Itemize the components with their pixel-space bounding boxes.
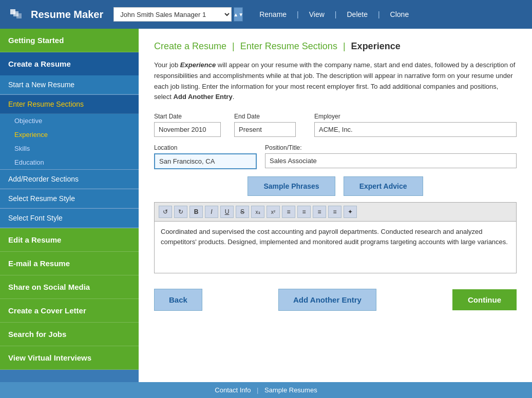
form-row-2: Location Position/Title: xyxy=(154,144,517,169)
logo-area: Resume Maker xyxy=(6,4,103,25)
sidebar-item-experience[interactable]: Experience xyxy=(0,128,139,142)
resume-dropdown[interactable]: John Smith Sales Manager 1 xyxy=(113,7,232,22)
sample-resumes-link[interactable]: Sample Resumes xyxy=(264,386,317,394)
sample-phrases-button[interactable]: Sample Phrases xyxy=(248,176,335,196)
sidebar-item-email-resume[interactable]: E-mail a Resume xyxy=(0,252,139,275)
header-actions: Rename | View | Delete | Clone xyxy=(254,10,414,18)
location-group: Location xyxy=(154,144,257,169)
add-another-entry-button[interactable]: Add Another Entry xyxy=(278,289,376,311)
redo-button[interactable]: ↻ xyxy=(174,206,187,218)
unordered-list-button[interactable]: ≡ xyxy=(297,206,311,218)
editor-body[interactable]: Coordinated and supervised the cost acco… xyxy=(155,222,516,273)
logo-text: Resume Maker xyxy=(31,9,103,21)
sidebar-item-search-for-jobs[interactable]: Search for Jobs xyxy=(0,323,139,346)
delete-button[interactable]: Delete xyxy=(341,10,372,18)
subscript-button[interactable]: x₂ xyxy=(251,206,264,218)
position-label: Position/Title: xyxy=(265,144,517,151)
form-row-1: Start Date End Date Employer xyxy=(154,113,517,137)
header: Resume Maker John Smith Sales Manager 1 … xyxy=(0,0,532,29)
sidebar-item-add-reorder[interactable]: Add/Reorder Sections xyxy=(0,170,139,189)
sidebar-item-skills[interactable]: Skills xyxy=(0,142,139,155)
position-input[interactable] xyxy=(265,153,517,168)
contact-info-link[interactable]: Contact Info xyxy=(215,386,251,394)
employer-label: Employer xyxy=(314,113,517,120)
align-left-button[interactable]: ≡ xyxy=(313,206,326,218)
sidebar-item-getting-started[interactable]: Getting Started xyxy=(0,29,139,52)
dropdown-arrows[interactable]: ▲▼ xyxy=(234,7,243,22)
position-group: Position/Title: xyxy=(265,144,517,169)
phrase-buttons-row: Sample Phrases Expert Advice xyxy=(154,176,517,196)
sidebar-item-view-virtual-interviews[interactable]: View Virtual Interviews xyxy=(0,346,139,370)
editor-toolbar: ↺ ↻ B I U S x₂ x² ≡ ≡ ≡ ≡ ✦ xyxy=(155,203,516,222)
sidebar-item-select-resume-style[interactable]: Select Resume Style xyxy=(0,189,139,208)
logo-icon xyxy=(6,4,27,25)
start-date-input[interactable] xyxy=(154,122,221,137)
back-button[interactable]: Back xyxy=(154,289,202,311)
breadcrumb: Create a Resume | Enter Resume Sections … xyxy=(154,41,517,52)
end-date-input[interactable] xyxy=(234,122,296,137)
bold-button[interactable]: B xyxy=(189,206,203,218)
sidebar: Getting Started Create a Resume Start a … xyxy=(0,29,139,382)
sidebar-item-create-cover-letter[interactable]: Create a Cover Letter xyxy=(0,299,139,323)
sidebar-item-select-font-style[interactable]: Select Font Style xyxy=(0,209,139,228)
undo-button[interactable]: ↺ xyxy=(159,206,172,218)
location-input[interactable] xyxy=(154,153,257,169)
ordered-list-button[interactable]: ≡ xyxy=(282,206,295,218)
align-right-button[interactable]: ≡ xyxy=(328,206,341,218)
end-date-label: End Date xyxy=(234,113,306,120)
sidebar-item-enter-resume-sections[interactable]: Enter Resume Sections xyxy=(0,95,139,114)
start-date-label: Start Date xyxy=(154,113,226,120)
breadcrumb-part3: Experience xyxy=(351,41,401,51)
sidebar-item-share-social-media[interactable]: Share on Social Media xyxy=(0,275,139,299)
content-area: Create a Resume | Enter Resume Sections … xyxy=(139,29,532,382)
sidebar-item-education[interactable]: Education xyxy=(0,155,139,169)
sidebar-item-start-new-resume[interactable]: Start a New Resume xyxy=(0,75,139,94)
strikethrough-button[interactable]: S xyxy=(236,206,249,218)
action-row: Back Add Another Entry Continue xyxy=(154,284,517,311)
editor-container: ↺ ↻ B I U S x₂ x² ≡ ≡ ≡ ≡ ✦ Coordinated … xyxy=(154,202,517,273)
editor-content: Coordinated and supervised the cost acco… xyxy=(161,228,508,246)
sidebar-item-edit-resume[interactable]: Edit a Resume xyxy=(0,228,139,252)
breadcrumb-part2: Enter Resume Sections xyxy=(240,41,337,51)
resume-selector: John Smith Sales Manager 1 ▲▼ xyxy=(113,7,243,22)
employer-input[interactable] xyxy=(314,122,517,137)
special-button[interactable]: ✦ xyxy=(344,206,357,218)
breadcrumb-part1: Create a Resume xyxy=(154,41,226,51)
end-date-group: End Date xyxy=(234,113,306,137)
superscript-button[interactable]: x² xyxy=(267,206,280,218)
main-layout: Getting Started Create a Resume Start a … xyxy=(0,29,532,382)
location-label: Location xyxy=(154,144,257,151)
footer: Contact Info | Sample Resumes xyxy=(0,382,532,398)
page-description: Your job Experience will appear on your … xyxy=(154,60,517,103)
start-date-group: Start Date xyxy=(154,113,226,137)
view-button[interactable]: View xyxy=(304,10,330,18)
sidebar-item-objective[interactable]: Objective xyxy=(0,114,139,128)
sidebar-item-create-resume[interactable]: Create a Resume xyxy=(0,52,139,75)
employer-group: Employer xyxy=(314,113,517,137)
underline-button[interactable]: U xyxy=(220,206,234,218)
expert-advice-button[interactable]: Expert Advice xyxy=(344,176,423,196)
rename-button[interactable]: Rename xyxy=(254,10,292,18)
continue-button[interactable]: Continue xyxy=(452,289,517,310)
italic-button[interactable]: I xyxy=(205,206,218,218)
clone-button[interactable]: Clone xyxy=(385,10,414,18)
